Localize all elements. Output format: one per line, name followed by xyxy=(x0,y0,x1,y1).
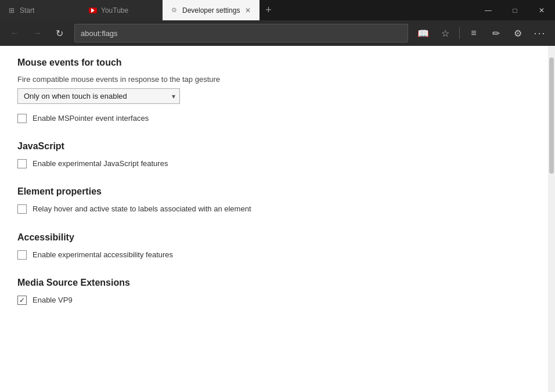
refresh-icon: ↻ xyxy=(56,28,63,39)
hub-icon: ≡ xyxy=(471,28,476,38)
tab-youtube[interactable]: YouTube xyxy=(81,0,163,20)
tab-start-label: Start xyxy=(20,6,34,15)
titlebar: ⊞ Start YouTube ⚙ Developer settings ✕ +… xyxy=(0,0,555,20)
back-button[interactable]: ← xyxy=(5,23,26,44)
page-content: Mouse events for touch Fire compatible m… xyxy=(0,46,548,392)
section-accessibility: Accessibility Enable experimental access… xyxy=(17,232,531,260)
experimental-a11y-label: Enable experimental accessibility featur… xyxy=(33,250,173,260)
reading-list-button[interactable]: 📖 xyxy=(413,23,434,44)
minimize-button[interactable]: — xyxy=(475,0,502,20)
make-note-button[interactable]: ✏ xyxy=(485,23,506,44)
scrollbar-thumb[interactable] xyxy=(549,57,554,174)
start-icon: ⊞ xyxy=(7,6,16,15)
reading-list-icon: 📖 xyxy=(417,28,429,39)
toolbar-separator xyxy=(459,27,460,39)
dev-settings-icon: ⚙ xyxy=(170,6,179,15)
forward-button[interactable]: → xyxy=(27,23,48,44)
relay-hover-label: Relay hover and active state to labels a… xyxy=(33,204,251,214)
mouse-events-dropdown-wrapper: Only on when touch is enabled Always on … xyxy=(17,88,531,104)
hub-button[interactable]: ≡ xyxy=(463,23,484,44)
toolbar-actions: 📖 ☆ ≡ ✏ ⚙ ··· xyxy=(413,23,550,44)
address-bar[interactable]: about:flags xyxy=(74,24,408,42)
more-icon: ··· xyxy=(534,27,546,39)
mouse-events-select[interactable]: Only on when touch is enabled Always on … xyxy=(17,88,180,104)
section-mouse-events: Mouse events for touch Fire compatible m… xyxy=(17,57,531,124)
enable-vp9-row: Enable VP9 xyxy=(17,295,531,305)
new-tab-button[interactable]: + xyxy=(260,0,277,20)
enable-vp9-label: Enable VP9 xyxy=(33,295,73,305)
tab-start[interactable]: ⊞ Start xyxy=(0,0,81,20)
accessibility-heading: Accessibility xyxy=(17,232,531,243)
window-controls: — □ ✕ xyxy=(475,0,555,20)
youtube-icon xyxy=(88,6,98,15)
refresh-button[interactable]: ↻ xyxy=(49,23,70,44)
section-media-source: Media Source Extensions Enable VP9 xyxy=(17,278,531,305)
page-wrapper: Mouse events for touch Fire compatible m… xyxy=(0,46,555,392)
javascript-heading: JavaScript xyxy=(17,141,531,152)
new-tab-icon: + xyxy=(265,4,272,16)
address-text: about:flags xyxy=(81,29,118,38)
experimental-js-checkbox[interactable] xyxy=(17,159,27,168)
element-properties-heading: Element properties xyxy=(17,186,531,197)
mspointer-label: Enable MSPointer event interfaces xyxy=(33,113,149,124)
favorites-icon: ☆ xyxy=(441,28,449,39)
tab-youtube-label: YouTube xyxy=(101,6,128,15)
toolbar: ← → ↻ about:flags 📖 ☆ ≡ ✏ ⚙ ··· xyxy=(0,20,555,46)
back-icon: ← xyxy=(10,28,20,38)
mouse-events-select-wrapper: Only on when touch is enabled Always on … xyxy=(17,88,180,104)
experimental-a11y-row: Enable experimental accessibility featur… xyxy=(17,250,531,260)
mouse-events-heading: Mouse events for touch xyxy=(17,57,531,68)
close-button[interactable]: ✕ xyxy=(528,0,555,20)
mouse-events-desc: Fire compatible mouse events in response… xyxy=(17,75,531,84)
media-source-heading: Media Source Extensions xyxy=(17,278,531,288)
mspointer-row: Enable MSPointer event interfaces xyxy=(17,113,531,124)
relay-hover-row: Relay hover and active state to labels a… xyxy=(17,204,531,214)
extensions-button[interactable]: ⚙ xyxy=(507,23,528,44)
experimental-a11y-checkbox[interactable] xyxy=(17,250,27,260)
experimental-js-label: Enable experimental JavaScript features xyxy=(33,159,168,169)
forward-icon: → xyxy=(33,28,42,38)
relay-hover-checkbox[interactable] xyxy=(17,204,27,214)
section-element-properties: Element properties Relay hover and activ… xyxy=(17,186,531,214)
make-note-icon: ✏ xyxy=(492,28,500,39)
scrollbar[interactable] xyxy=(548,46,555,392)
tab-developer-settings-label: Developer settings xyxy=(182,6,240,15)
mspointer-checkbox[interactable] xyxy=(17,114,27,123)
maximize-button[interactable]: □ xyxy=(502,0,528,20)
more-button[interactable]: ··· xyxy=(529,23,550,44)
tab-developer-settings[interactable]: ⚙ Developer settings ✕ xyxy=(163,0,260,20)
experimental-js-row: Enable experimental JavaScript features xyxy=(17,159,531,169)
tab-close-button[interactable]: ✕ xyxy=(243,6,253,15)
section-javascript: JavaScript Enable experimental JavaScrip… xyxy=(17,141,531,169)
enable-vp9-checkbox[interactable] xyxy=(17,296,27,305)
favorites-button[interactable]: ☆ xyxy=(435,23,456,44)
extensions-icon: ⚙ xyxy=(514,28,522,39)
